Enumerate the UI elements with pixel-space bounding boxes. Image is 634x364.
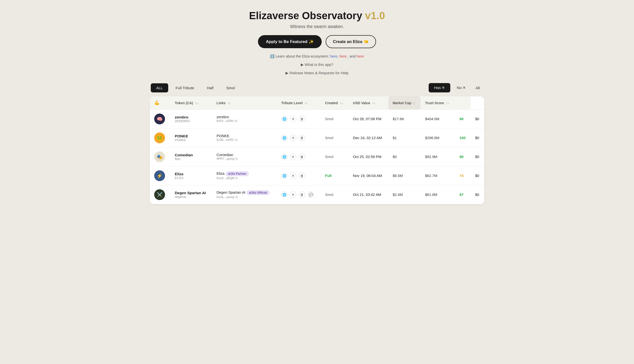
filter-full-tribute-button[interactable]: Full Tribute	[170, 83, 199, 92]
copy-address-icon[interactable]: ⧉	[235, 195, 238, 199]
trash-link-icon[interactable]: 🗑	[299, 172, 305, 179]
links-cell: 🌐 ✕ 🗑 💬	[277, 185, 320, 204]
avatar: 🐸	[154, 132, 165, 143]
token-name: Degen Spartan AI ai16z Official	[217, 190, 273, 195]
tribute-level: Full	[325, 174, 332, 178]
globe-link-icon[interactable]: 🌐	[281, 172, 288, 179]
sc-value: $0	[475, 155, 479, 159]
ecosystem-link-2[interactable]: here	[339, 54, 346, 58]
token-info: Comedian 9PR7...pump ⧉	[217, 153, 273, 161]
usd-value: $0	[393, 155, 397, 159]
links-icons: 🌐 ✕ 🗑	[281, 154, 316, 160]
page-container: Elizaverse Observatory v1.0 Witness the …	[145, 0, 489, 209]
trust-score: 90	[459, 117, 464, 121]
release-notes-toggle[interactable]: ▶ Release Notes & Requests for Help	[150, 71, 484, 75]
globe-link-icon[interactable]: 🌐	[281, 135, 288, 141]
ecosystem-link-1[interactable]: here	[330, 54, 337, 58]
sc-value: $0	[475, 136, 479, 140]
globe-link-icon[interactable]: 🌐	[281, 192, 288, 198]
trust-cell: 90	[455, 148, 471, 166]
sc-cell: $0	[471, 148, 484, 166]
col-sc	[455, 96, 471, 110]
create-eliza-button[interactable]: Create an Eliza 🤜	[326, 35, 376, 48]
avatar: ⚡	[154, 170, 165, 181]
trash-link-icon[interactable]: 🗑	[299, 116, 305, 122]
market-cap-value: $62.7M	[425, 174, 437, 178]
agent-info: Degen Spartan AI degenai	[175, 191, 208, 198]
table-body: 🧠 zerebro ZEREBRO zerebro 8x5V...o2Wn ⧉ …	[150, 110, 484, 204]
col-trust[interactable]: Trust Score ↑↓	[420, 96, 455, 110]
x-link-icon[interactable]: ✕	[290, 154, 296, 160]
filter-smol-button[interactable]: Smol	[221, 83, 240, 92]
col-market-cap[interactable]: Market Cap ↓	[388, 96, 421, 110]
col-tribute[interactable]: Tribute Level ↑↓	[277, 96, 320, 110]
created-cell: Nov 19, 06:04 AM	[348, 166, 388, 185]
filter-half-button[interactable]: Half	[201, 83, 219, 92]
col-created[interactable]: Created ↑↓	[321, 96, 349, 110]
links-icons: 🌐 ✕ 🗑	[281, 135, 316, 141]
token-info: Degen Spartan AI ai16z Official Gu3L...p…	[217, 190, 273, 199]
x-link-icon[interactable]: ✕	[290, 172, 296, 179]
usd-cell: $0	[388, 148, 421, 166]
agent-info: Eliza ELIZA	[175, 172, 208, 180]
trust-score: 87	[459, 193, 464, 196]
trash-link-icon[interactable]: 🗑	[299, 135, 305, 141]
ecosystem-link-3[interactable]: here	[357, 54, 364, 58]
col-token[interactable]: Token (CA) ↑↓	[170, 96, 212, 110]
agent-avatar-cell: ⚡	[150, 166, 170, 185]
trust-cell: 100	[455, 128, 471, 148]
trash-link-icon[interactable]: 🗑	[299, 192, 305, 198]
globe-link-icon[interactable]: 🌐	[281, 116, 288, 122]
agent-name: Degen Spartan AI	[175, 191, 206, 195]
copy-address-icon[interactable]: ⧉	[235, 176, 238, 180]
subtitle: Witness the swarm awaken.	[150, 24, 484, 29]
what-is-toggle[interactable]: ▶ What is this app?	[150, 62, 484, 67]
agent-info: PONKE PONKE	[175, 134, 208, 142]
x-link-icon[interactable]: ✕	[290, 192, 296, 198]
agents-table-wrapper: 💪 Token (CA) ↑↓ Links ↑↓ Tribute Level ↑…	[150, 96, 484, 204]
apply-featured-button[interactable]: Apply to Be Featured ✨	[258, 35, 321, 48]
col-links[interactable]: Links ↑↓	[212, 96, 277, 110]
avatar: 🎭	[154, 152, 165, 162]
created-date: Dec 24, 02:12 AM	[353, 136, 382, 140]
globe-link-icon[interactable]: 🌐	[281, 154, 288, 160]
button-row: Apply to Be Featured ✨ Create an Eliza 🤜	[150, 35, 484, 48]
chat-link-icon[interactable]: 💬	[308, 192, 314, 198]
badge: ai16z Partner	[226, 171, 249, 176]
tribute-level: Smol	[325, 136, 333, 140]
agent-name: Eliza	[175, 172, 184, 176]
copy-address-icon[interactable]: ⧉	[235, 157, 238, 161]
token-address: 5voS...uRqM ⧉	[217, 176, 273, 180]
col-usd[interactable]: USD Value ↑↓	[348, 96, 388, 110]
copy-address-icon[interactable]: ⧉	[235, 138, 237, 142]
header: Elizaverse Observatory v1.0 Witness the …	[150, 10, 484, 75]
usd-cell: $2.4M	[388, 185, 421, 204]
trust-score: 90	[459, 155, 464, 159]
x-link-icon[interactable]: ✕	[290, 135, 296, 141]
table-row: ⚔️ Degen Spartan AI degenai Degen Sparta…	[150, 185, 484, 204]
agent-avatar-cell: ⚔️	[150, 185, 170, 204]
tribute-cell: Smol	[321, 110, 349, 128]
filter-no-x-button[interactable]: No ✕	[452, 83, 470, 92]
agent-ticker: degenai	[175, 195, 206, 198]
agent-info: zerebro ZEREBRO	[175, 115, 208, 123]
filter-has-x-button[interactable]: Has ✕	[429, 83, 450, 92]
links-cell: 🌐 ✕ 🗑	[277, 166, 320, 185]
sc-value: $0	[475, 193, 479, 196]
copy-address-icon[interactable]: ⧉	[235, 119, 237, 123]
filter-all-right-button[interactable]: All	[472, 83, 483, 92]
agent-name-cell: Eliza ELIZA	[170, 166, 212, 185]
version-text: v1.0	[365, 10, 385, 22]
trust-score: 100	[459, 136, 465, 140]
x-link-icon[interactable]: ✕	[290, 116, 296, 122]
sc-cell: $0	[471, 110, 484, 128]
token-cell: PONKE 5z3E...mrRC ⧉	[212, 128, 277, 148]
table-row: 🐸 PONKE PONKE PONKE 5z3E...mrRC ⧉ 🌐 ✕ 🗑	[150, 128, 484, 148]
filter-all-button[interactable]: ALL	[151, 83, 168, 92]
market-cap-cell: $404.0M	[420, 110, 455, 128]
created-date: Nov 19, 06:04 AM	[353, 174, 382, 178]
token-cell: Eliza ai16z Partner 5voS...uRqM ⧉	[212, 166, 277, 185]
market-cap-cell: $92.9M	[420, 148, 455, 166]
agent-ticker: ZEREBRO	[175, 119, 190, 123]
trash-link-icon[interactable]: 🗑	[299, 154, 305, 160]
